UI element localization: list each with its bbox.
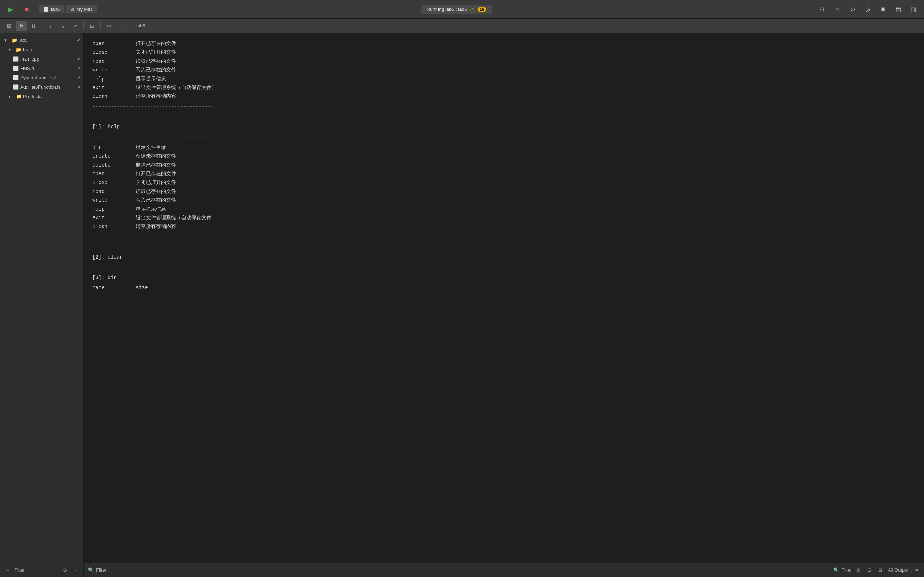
- split-button[interactable]: ⊡: [865, 566, 874, 574]
- sidebar-item-fms[interactable]: ⬜ FMS.h A: [0, 63, 83, 73]
- cmd-name: dir: [92, 143, 129, 152]
- command-line: exit退出文件管理系统（自动保存文件）: [92, 214, 915, 222]
- separator-line: ----------------------------------------: [92, 233, 915, 241]
- step-over-button[interactable]: ↓: [45, 21, 56, 31]
- lines-button[interactable]: ≡: [831, 3, 844, 16]
- filter-label: Filter: [15, 567, 59, 573]
- breadcrumb: lab5: [136, 23, 145, 29]
- command-line: write写入已存在的文件: [92, 66, 915, 74]
- sidebar-layout-button[interactable]: ⊡: [71, 566, 80, 574]
- cmd-desc: 创建未存在的文件: [136, 152, 176, 160]
- tab-mymac-label: My Mac: [76, 6, 93, 12]
- chevron-right-icon: ▸: [9, 94, 15, 99]
- cmd-name: open: [92, 170, 129, 178]
- dir-header: namesize: [92, 284, 915, 292]
- cmd-name: write: [92, 66, 129, 74]
- sidebar-item-root[interactable]: ▾ 📁 lab5 M: [0, 35, 83, 45]
- toolbar-divider1: [42, 23, 42, 29]
- cmd-name: create: [92, 152, 129, 160]
- play-button[interactable]: ▶: [4, 3, 17, 16]
- tab-group: ⬜ lab5 🖥 My Mac: [39, 5, 97, 13]
- view-button[interactable]: ⊞: [87, 21, 97, 31]
- cmd-desc: 写入已存在的文件: [136, 66, 176, 74]
- footer-left: 🔍 Filter: [88, 567, 830, 573]
- output-footer: 🔍 Filter 🔍 Filter 🗑 ⊡ ⊞ All Output ⌄: [84, 562, 924, 577]
- filter-footer-label: Filter: [96, 567, 107, 573]
- cmd-name: close: [92, 179, 129, 187]
- expand-button[interactable]: ⊞: [876, 566, 884, 574]
- cpp-file-icon: ⬜: [13, 56, 19, 62]
- flag-button[interactable]: ⚑: [16, 21, 27, 31]
- cmd-name: exit: [92, 214, 129, 222]
- terminal-content[interactable]: open打开已存在的文件close关闭已打开的文件read读取已存在的文件wri…: [84, 33, 924, 562]
- step-into-button[interactable]: ↘: [57, 21, 68, 31]
- folder-icon2: 📂: [16, 47, 22, 52]
- filter-icon2: 🔍: [834, 567, 839, 573]
- separator-line: ----------------------------------------: [92, 134, 915, 141]
- file4-label: AuxiliaryFunction.h: [20, 84, 60, 90]
- dir-size-header: size: [136, 284, 148, 292]
- sidebar-history-button[interactable]: ⟳: [61, 566, 69, 574]
- sidebar-item-maincpp[interactable]: ⬜ main.cpp M: [0, 54, 83, 63]
- command-line: delete删除已存在的文件: [92, 161, 915, 169]
- tab-lab5-label: lab5: [51, 6, 60, 12]
- command-line: dir显示文件目录: [92, 143, 915, 152]
- output-select[interactable]: All Output ⌄: [887, 567, 920, 573]
- stop-button[interactable]: ■: [20, 3, 33, 16]
- status-center: Running lab5 : lab5 ⚠ 15: [100, 5, 813, 14]
- toolbar-divider4: [129, 23, 130, 29]
- layout2-button[interactable]: ▤: [892, 3, 905, 16]
- command-line: clean清空所有存储内容: [92, 222, 915, 230]
- root-badge: M: [77, 38, 81, 42]
- prompt-line: [1]: help: [92, 123, 915, 131]
- sidebar-item-auxiliary[interactable]: ⬜ AuxiliaryFunction.h A: [0, 82, 83, 92]
- arrow-button[interactable]: →: [116, 21, 127, 31]
- cmd-desc: 打开已存在的文件: [136, 170, 176, 178]
- cmd-desc: 显示文件目录: [136, 143, 166, 152]
- prompt-line: [3]: dir: [92, 274, 915, 282]
- cmd-desc: 清空所有存储内容: [136, 222, 176, 230]
- group1-label: lab5: [23, 47, 32, 52]
- sidebar-content: ▾ 📁 lab5 M ▾ 📂 lab5 ⬜ main.cpp M ⬜ FMS.h…: [0, 33, 83, 562]
- cmd-desc: 打开已存在的文件: [136, 40, 176, 48]
- command-line: help显示提示信息: [92, 205, 915, 213]
- window-icon: ⬜: [43, 7, 49, 12]
- layout1-button[interactable]: ▣: [876, 3, 889, 16]
- tab-mymac[interactable]: 🖥 My Mac: [66, 5, 97, 13]
- cmd-name: delete: [92, 161, 129, 169]
- braces-button[interactable]: {}: [816, 3, 829, 16]
- cmd-name: clean: [92, 222, 129, 230]
- sidebar-item-lab5[interactable]: ▾ 📂 lab5: [0, 45, 83, 54]
- cmd-desc: 删除已存在的文件: [136, 161, 176, 169]
- scissors-button[interactable]: ✂: [103, 21, 115, 31]
- chevron-down-icon2: ▾: [9, 47, 15, 52]
- sidebar-item-system[interactable]: ⬜ SystemFunction.h A: [0, 73, 83, 82]
- status-badge[interactable]: Running lab5 : lab5 ⚠ 15: [421, 5, 492, 14]
- cmd-desc: 退出文件管理系统（自动保存文件）: [136, 84, 216, 92]
- check-button[interactable]: ☑: [3, 21, 15, 31]
- file2-badge: A: [78, 66, 81, 70]
- h-file-icon3: ⬜: [13, 84, 19, 90]
- sidebar: ▾ 📁 lab5 M ▾ 📂 lab5 ⬜ main.cpp M ⬜ FMS.h…: [0, 33, 84, 577]
- command-line: open打开已存在的文件: [92, 170, 915, 178]
- sidebar-item-products[interactable]: ▸ 📁 Products: [0, 92, 83, 101]
- trash-button[interactable]: 🗑: [854, 566, 863, 574]
- file1-label: main.cpp: [20, 56, 39, 62]
- circle1-button[interactable]: ⊙: [846, 3, 859, 16]
- folder-icon: 📁: [11, 37, 17, 43]
- command-line: create创建未存在的文件: [92, 152, 915, 160]
- command-line: exit退出文件管理系统（自动保存文件）: [92, 84, 915, 92]
- sidebar-footer-right: ⟳ ⊡: [61, 566, 80, 574]
- add-button[interactable]: ＋: [3, 566, 12, 574]
- cmd-name: close: [92, 48, 129, 56]
- layout3-button[interactable]: ▥: [907, 3, 920, 16]
- mac-icon: 🖥: [70, 7, 74, 12]
- cmd-name: help: [92, 75, 129, 83]
- step-out-button[interactable]: ↗: [69, 21, 81, 31]
- circle2-button[interactable]: ◎: [861, 3, 874, 16]
- pause-button[interactable]: ⏸: [28, 21, 39, 31]
- dir-name-header: name: [92, 284, 129, 292]
- tab-lab5[interactable]: ⬜ lab5: [39, 5, 64, 13]
- section-gap: [92, 264, 915, 269]
- sidebar-footer: ＋ Filter ⟳ ⊡: [0, 562, 83, 577]
